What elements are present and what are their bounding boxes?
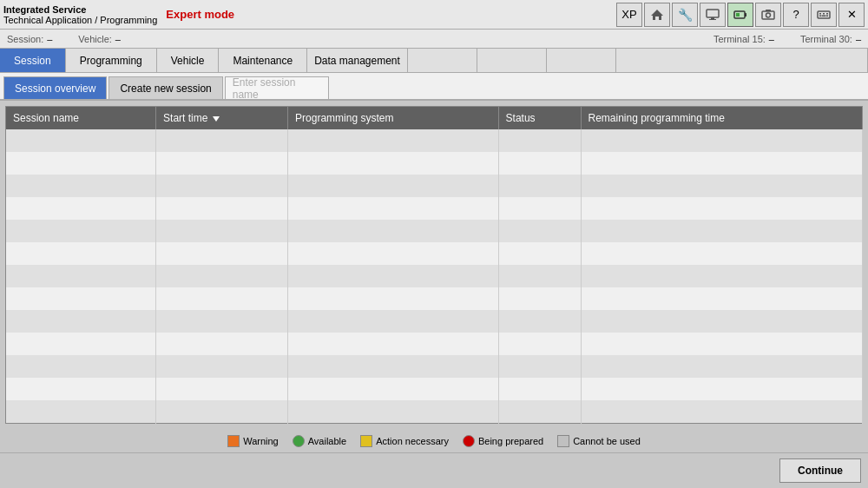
table-row[interactable] [6,287,863,310]
table-wrapper: Session name Start time Programming syst… [0,101,868,430]
table-row[interactable] [6,220,863,242]
terminal30-value: – [856,34,861,44]
legend-available-label: Available [308,436,346,446]
table-row[interactable] [6,310,863,333]
svg-rect-10 [766,10,771,11]
svg-rect-16 [822,15,826,16]
svg-text:🔧: 🔧 [678,8,692,22]
table-row[interactable] [6,355,863,378]
help-button[interactable]: ? [783,3,809,27]
cannot-icon [557,435,569,447]
legend-cannot: Cannot be used [557,435,641,447]
nav-tab-9[interactable] [616,49,868,72]
col-session-name: Session name [6,107,156,130]
title-left: Integrated Service Technical Application… [3,4,157,25]
legend-action-label: Action necessary [376,436,449,446]
monitor-button[interactable] [700,3,726,27]
close-button[interactable]: ✕ [838,3,865,27]
keyboard-button[interactable] [811,3,837,27]
table-row[interactable] [6,400,863,423]
status-bar: Session: – Vehicle: – Terminal 15: – Ter… [0,30,868,49]
battery-button[interactable] [727,3,753,27]
session-status: Session: – [7,34,52,44]
svg-rect-12 [819,13,821,15]
wrench-button[interactable]: 🔧 [672,3,698,27]
legend-warning-label: Warning [243,436,279,446]
sub-tab-session-overview[interactable]: Session overview [3,76,107,99]
preparing-icon [463,435,475,447]
available-icon [293,435,305,447]
svg-rect-15 [819,15,821,16]
title-bar: Integrated Service Technical Application… [0,0,868,30]
session-value: – [47,34,52,44]
legend-preparing-label: Being prepared [478,436,543,446]
table-row[interactable] [6,378,863,400]
session-table: Session name Start time Programming syst… [5,106,863,424]
sort-arrow-start-time [213,116,220,122]
svg-marker-0 [651,10,663,20]
nav-tab-8[interactable] [547,49,616,72]
table-row[interactable] [6,175,863,197]
svg-rect-4 [709,19,716,20]
nav-tabs: Session Programming Vehicle Maintenance … [0,49,868,73]
expert-mode-label: Expert mode [166,8,234,21]
table-row[interactable] [6,197,863,220]
sub-tabs: Session overview Create new session Ente… [0,73,868,101]
svg-rect-7 [736,13,740,16]
nav-tab-session[interactable]: Session [0,49,66,72]
nav-tab-data-management[interactable]: Data management [307,49,408,72]
session-label: Session: [7,34,43,44]
vehicle-status: Vehicle: – [78,34,121,44]
svg-rect-11 [818,11,830,18]
warning-icon [227,435,240,447]
svg-rect-14 [826,13,828,15]
col-programming-system: Programming system [288,107,499,130]
svg-rect-2 [707,10,719,17]
table-row[interactable] [6,242,863,265]
terminal15-status: Terminal 15: – [713,34,774,44]
legend-available: Available [293,435,346,447]
svg-point-9 [766,13,771,17]
vehicle-value: – [115,34,121,44]
app-subtitle: Technical Application / Programming [3,15,157,25]
action-icon [360,435,372,447]
xp-button[interactable]: XP [616,3,642,27]
col-remaining-time: Remaining programming time [581,107,863,130]
legend-cannot-label: Cannot be used [573,436,641,446]
col-status: Status [498,107,581,130]
table-row[interactable] [6,129,863,152]
vehicle-label: Vehicle: [78,34,112,44]
content-wrapper: Session name Start time Programming syst… [0,101,868,488]
legend-warning: Warning [227,435,279,447]
nav-tab-vehicle[interactable]: Vehicle [157,49,220,72]
table-body [6,129,863,423]
continue-button[interactable]: Continue [779,458,861,483]
terminal15-value: – [769,34,774,44]
nav-tab-maintenance[interactable]: Maintenance [219,49,307,72]
nav-tab-7[interactable] [477,49,547,72]
toolbar: XP 🔧 [616,3,865,27]
sub-tab-create-new-session[interactable]: Create new session [108,76,222,99]
terminal30-label: Terminal 30: [800,34,852,44]
table-row[interactable] [6,265,863,287]
svg-rect-17 [826,15,828,16]
camera-button[interactable] [755,3,781,27]
svg-rect-3 [711,17,714,19]
col-start-time[interactable]: Start time [156,107,288,130]
home-button[interactable] [644,3,670,27]
nav-tab-6[interactable] [408,49,477,72]
terminal15-label: Terminal 15: [713,34,766,44]
session-name-input-display: Enter session name [225,76,329,99]
legend-action: Action necessary [360,435,449,447]
svg-rect-6 [745,13,746,16]
svg-rect-13 [823,13,825,15]
legend-preparing: Being prepared [463,435,543,447]
nav-tab-programming[interactable]: Programming [66,49,157,72]
terminal30-status: Terminal 30: – [800,34,861,44]
table-row[interactable] [6,152,863,175]
table-header: Session name Start time Programming syst… [6,107,863,130]
table-row[interactable] [6,333,863,355]
legend-bar: Warning Available Action necessary Being… [0,430,868,452]
app-title: Integrated Service [3,4,157,15]
bottom-bar: Continue [0,452,868,488]
